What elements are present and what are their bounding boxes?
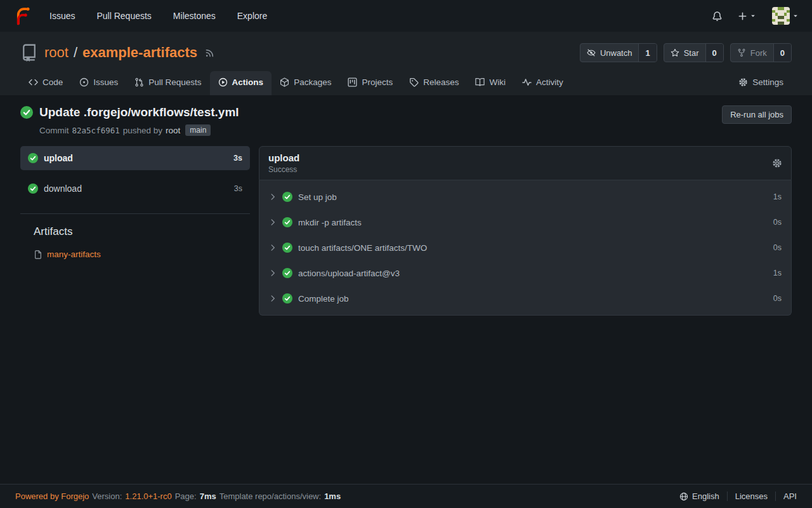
licenses-link[interactable]: Licenses bbox=[727, 491, 775, 501]
page-time-value: 7ms bbox=[200, 491, 216, 501]
powered-by-link[interactable]: Powered by Forgejo bbox=[15, 491, 89, 501]
nav-explore[interactable]: Explore bbox=[237, 11, 267, 21]
tab-activity[interactable]: Activity bbox=[514, 71, 572, 95]
tab-projects[interactable]: Projects bbox=[339, 71, 401, 95]
tab-label: Issues bbox=[93, 77, 118, 87]
language-menu[interactable]: English bbox=[672, 491, 727, 501]
tag-icon bbox=[409, 77, 419, 87]
step-success-icon bbox=[282, 217, 292, 227]
code-icon bbox=[29, 77, 38, 87]
commit-sha-link[interactable]: 82a5cf6961 bbox=[72, 126, 120, 135]
stars-count[interactable]: 0 bbox=[705, 44, 723, 62]
pull-request-icon bbox=[134, 77, 144, 87]
rerun-all-jobs-button[interactable]: Re-run all jobs bbox=[722, 105, 792, 124]
job-options-button[interactable] bbox=[772, 158, 782, 168]
fork-icon bbox=[737, 48, 746, 57]
eye-slash-icon bbox=[587, 48, 596, 57]
chevron-right-icon bbox=[269, 193, 277, 201]
watchers-count[interactable]: 1 bbox=[638, 44, 656, 62]
fork-button[interactable]: Fork bbox=[731, 44, 773, 62]
tab-actions[interactable]: Actions bbox=[210, 71, 272, 95]
forks-count[interactable]: 0 bbox=[773, 44, 791, 62]
step-row[interactable]: Set up job 1s bbox=[259, 184, 791, 210]
footer-info: Powered by Forgejo Version: 1.21.0+1-rc0… bbox=[15, 491, 341, 501]
template-time-label: Template repo/actions/view: bbox=[219, 491, 321, 501]
step-duration: 0s bbox=[773, 243, 782, 252]
job-duration: 3s bbox=[233, 154, 242, 163]
tab-label: Projects bbox=[362, 77, 393, 87]
tab-label: Releases bbox=[423, 77, 459, 87]
bell-icon bbox=[712, 11, 723, 22]
plus-icon bbox=[738, 11, 747, 21]
identicon-image bbox=[772, 7, 790, 25]
chevron-right-icon bbox=[269, 218, 277, 226]
chevron-right-icon bbox=[269, 295, 277, 302]
tab-label: Packages bbox=[294, 77, 331, 87]
tab-issues[interactable]: Issues bbox=[71, 71, 126, 95]
tab-label: Settings bbox=[752, 77, 783, 87]
tab-code[interactable]: Code bbox=[20, 71, 71, 95]
step-name: Set up job bbox=[298, 192, 337, 202]
unwatch-button[interactable]: Unwatch bbox=[580, 44, 639, 62]
step-row[interactable]: Complete job 0s bbox=[259, 286, 791, 311]
step-name: actions/upload-artifact@v3 bbox=[298, 269, 400, 278]
api-link[interactable]: API bbox=[775, 491, 797, 501]
repo-header: root / example-artifacts Unwatch 1 Star … bbox=[0, 32, 812, 95]
nav-milestones[interactable]: Milestones bbox=[173, 11, 216, 21]
step-success-icon bbox=[282, 192, 292, 202]
run-success-icon bbox=[20, 106, 33, 119]
tab-wiki[interactable]: Wiki bbox=[467, 71, 514, 95]
job-steps-list: Set up job 1s mkdir -p artifacts 0s touc… bbox=[259, 180, 792, 316]
star-button[interactable]: Star bbox=[664, 44, 705, 62]
tab-releases[interactable]: Releases bbox=[401, 71, 467, 95]
job-success-icon bbox=[28, 184, 38, 194]
user-menu[interactable] bbox=[772, 7, 799, 25]
project-board-icon bbox=[348, 77, 357, 87]
repo-title-separator: / bbox=[74, 44, 77, 61]
branch-badge[interactable]: main bbox=[185, 124, 211, 136]
step-row[interactable]: touch artifacts/ONE artifacts/TWO 0s bbox=[259, 235, 791, 260]
tab-label: Actions bbox=[232, 77, 264, 87]
create-new-menu[interactable] bbox=[738, 11, 757, 21]
job-name: download bbox=[44, 184, 82, 194]
notifications-button[interactable] bbox=[712, 11, 723, 22]
step-row[interactable]: mkdir -p artifacts 0s bbox=[259, 210, 791, 235]
page-time-label: Page: bbox=[175, 491, 197, 501]
package-icon bbox=[280, 77, 289, 87]
step-name: mkdir -p artifacts bbox=[298, 218, 362, 227]
step-row[interactable]: actions/upload-artifact@v3 1s bbox=[259, 260, 791, 286]
job-item-download[interactable]: download 3s bbox=[20, 177, 250, 201]
job-detail-name: upload bbox=[268, 152, 299, 163]
tab-pull-requests[interactable]: Pull Requests bbox=[126, 71, 209, 95]
repo-owner-link[interactable]: root bbox=[44, 44, 69, 61]
repo-icon bbox=[20, 44, 38, 62]
repo-tabs: Code Issues Pull Requests Actions Packag… bbox=[20, 71, 792, 95]
job-success-icon bbox=[28, 153, 38, 163]
commit-author-link[interactable]: root bbox=[166, 126, 180, 135]
top-navbar: Issues Pull Requests Milestones Explore bbox=[0, 0, 812, 32]
job-status-text: Success bbox=[268, 165, 299, 174]
fork-label: Fork bbox=[750, 48, 767, 58]
repo-name-link[interactable]: example-artifacts bbox=[82, 44, 197, 61]
forgejo-logo[interactable] bbox=[13, 6, 32, 25]
language-label: English bbox=[692, 491, 719, 501]
rss-feed-button[interactable] bbox=[205, 48, 214, 58]
main-nav: Issues Pull Requests Milestones Explore bbox=[49, 11, 267, 21]
tab-packages[interactable]: Packages bbox=[272, 71, 339, 95]
book-icon bbox=[475, 77, 485, 87]
artifact-download-link[interactable]: many-artifacts bbox=[47, 250, 101, 259]
fork-button-group: Fork 0 bbox=[730, 43, 792, 62]
tab-settings[interactable]: Settings bbox=[730, 71, 792, 95]
star-button-group: Star 0 bbox=[664, 43, 724, 62]
job-item-upload[interactable]: upload 3s bbox=[20, 146, 250, 170]
step-duration: 1s bbox=[773, 192, 782, 201]
job-name: upload bbox=[44, 153, 73, 163]
artifact-item: many-artifacts bbox=[34, 250, 250, 259]
nav-issues[interactable]: Issues bbox=[49, 11, 75, 21]
file-icon bbox=[34, 250, 43, 259]
actions-run-view: Update .forgejo/workflows/test.yml Commi… bbox=[0, 95, 812, 484]
play-circle-icon bbox=[218, 77, 228, 87]
gear-icon bbox=[738, 77, 748, 87]
nav-pull-requests[interactable]: Pull Requests bbox=[96, 11, 151, 21]
version-link[interactable]: 1.21.0+1-rc0 bbox=[125, 491, 171, 501]
